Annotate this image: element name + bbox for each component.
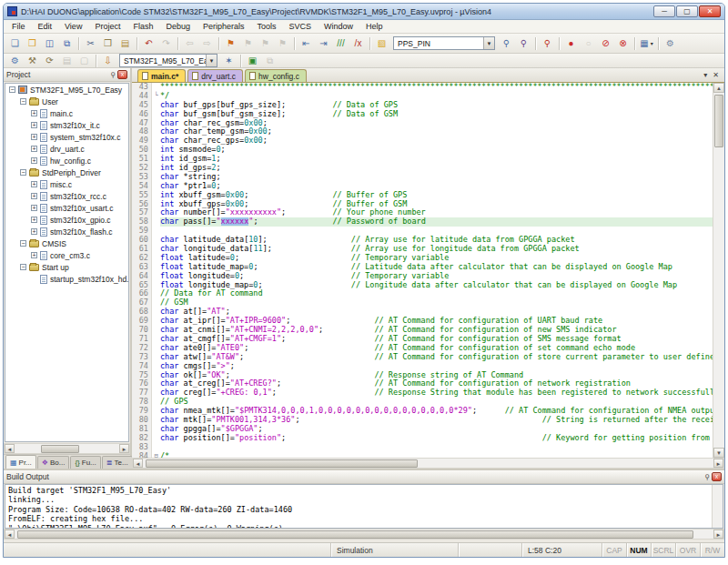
code-line-50[interactable]: 50int smsmode=0; [132,146,713,155]
code-line-63[interactable]: 63float latitude_map=0; // Latitude data… [132,263,713,272]
tree-item-stm32f10x-flash-c[interactable]: +stm32f10x_flash.c [5,226,128,237]
scroll-down-icon[interactable]: ▼ [713,448,724,458]
scroll-left-icon[interactable]: ◄ [133,459,143,468]
scroll-right-icon[interactable]: ► [713,530,723,539]
configure-button[interactable]: ⚙ [662,35,679,51]
collapse-icon[interactable]: − [9,86,15,93]
uncomment-selection-button[interactable]: /x [349,35,367,51]
code-line-71[interactable]: 71char at_cmgf[]="AT+CMGF=1"; // AT Comm… [132,335,713,344]
code-line-65[interactable]: 65float longitude_map=0; // Longitude da… [132,281,713,290]
expand-icon[interactable]: + [31,157,37,164]
target-select-combo[interactable]: STM32F1_M95_L70_Easy▼ [119,54,217,67]
translate-file-button[interactable]: ⚙ [6,53,24,68]
code-line-72[interactable]: 72char ate0[]="ATE0"; // AT Command for … [132,344,713,353]
window-layout-button[interactable]: ▦▾ [638,35,655,51]
menu-flash[interactable]: Flash [126,21,159,32]
new-file-button[interactable]: ❏ [6,35,24,51]
code-line-46[interactable]: 46char buf_gsm[buf_gsm_size]; // Data of… [132,110,713,119]
expand-icon[interactable]: + [31,252,37,258]
menu-peripherals[interactable]: Peripherals [197,21,251,32]
code-line-64[interactable]: 64float longitude=0; // Temporary variab… [132,272,713,281]
tree-item-cmsis[interactable]: −CMSIS [5,237,128,249]
expand-icon[interactable]: + [31,217,37,223]
find-combo[interactable]: PPS_PIN▼ [393,36,495,50]
tree-item-stm32f10x-it-c[interactable]: +stm32f10x_it.c [5,119,128,131]
build-output-text[interactable]: Build target 'STM32F1_M95_L70_Easy'linki… [5,484,723,529]
scroll-left-icon[interactable]: ◄ [5,530,15,539]
cut-button[interactable]: ✂ [82,35,99,51]
outdent-button[interactable]: ⇤ [298,35,315,51]
indent-button[interactable]: ⇥ [315,35,332,51]
menu-tools[interactable]: Tools [250,21,282,32]
scroll-thumb[interactable] [41,445,79,453]
code-line-77[interactable]: 77char creg[]="+CREG: 0,1"; // Response … [132,388,713,398]
scroll-thumb[interactable] [714,95,723,147]
code-line-48[interactable]: 48char char_temp_gsm=0x00; [132,127,713,136]
menu-project[interactable]: Project [88,21,126,32]
code-editor[interactable]: 43**************************************… [132,83,713,458]
start-debug-button[interactable]: ⚲ [539,35,556,51]
code-line-76[interactable]: 76char at_creg[]="AT+CREG?"; // AT Comma… [132,379,713,388]
search-button[interactable]: ⚲ [515,35,532,51]
code-line-82[interactable]: 82char position[]="position"; // Keyword… [132,434,713,443]
menu-edit[interactable]: Edit [32,21,59,32]
build-output-horizontal-scrollbar[interactable]: ◄ ► [4,529,724,540]
code-line-54[interactable]: 54char *ptr1=0; [132,182,713,191]
code-line-58[interactable]: 58char pass[]="xxxxxx"; // Password of b… [132,217,713,227]
expand-icon[interactable]: + [31,110,37,116]
find-button[interactable]: ⚲ [498,35,515,51]
menu-file[interactable]: File [5,21,32,32]
tree-item-start-up[interactable]: −Start up [5,261,128,273]
copy-button[interactable]: ❐ [99,35,116,51]
title-bar[interactable]: D:\HAI DUONG\application\Code STM32\STM3… [4,4,724,20]
menu-view[interactable]: View [58,21,88,32]
tab-list-dropdown-icon[interactable]: ▾ [703,71,707,79]
code-line-69[interactable]: 69char at_ipr[]="AT+IPR=9600"; // AT Com… [132,317,713,326]
code-line-75[interactable]: 75char ok[]="OK"; // Response string of … [132,371,713,380]
code-line-79[interactable]: 79char nmea_mtk[]="$PMTK314,0,0,0,1,0,0,… [132,407,713,416]
scroll-thumb[interactable] [146,459,418,468]
expand-icon[interactable]: + [31,181,37,187]
scroll-right-icon[interactable]: ► [713,459,723,468]
code-line-60[interactable]: 60char latitude_data[10]; // Array use f… [132,236,713,245]
panel-tab-bo[interactable]: ❖Bo... [37,456,70,469]
code-line-83[interactable]: 83 [132,443,713,452]
undo-button[interactable]: ↶ [140,35,157,51]
code-line-55[interactable]: 55int xbuff_gsm=0x00; // Buffer of GPS [132,191,713,200]
expand-icon[interactable]: + [31,146,37,152]
close-document-icon[interactable]: ✕ [713,71,719,79]
tree-item-misc-c[interactable]: +misc.c [5,178,128,190]
tree-item-main-c[interactable]: +main.c [5,107,128,119]
expand-icon[interactable]: + [31,193,37,199]
options-for-target-button[interactable]: ✶ [220,53,238,68]
expand-icon[interactable]: + [31,228,37,235]
code-line-44[interactable]: 44└*/ [132,92,713,101]
code-line-47[interactable]: 47char char_rec_gsm=0x00; [132,119,713,128]
expand-icon[interactable]: + [31,134,37,140]
project-panel-close-icon[interactable]: x [117,70,127,79]
code-line-70[interactable]: 70char at_cnmi[]="AT+CNMI=2,2,2,0,0"; //… [132,326,713,335]
code-line-45[interactable]: 45char buf_gps[buf_gps_size]; // Data of… [132,101,713,110]
minimize-button[interactable]: ─ [653,5,675,17]
code-line-49[interactable]: 49char char_rec_gps=0x00; [132,136,713,146]
collapse-icon[interactable]: − [20,98,26,105]
editor-vertical-scrollbar[interactable]: ▲ ▼ [713,83,724,458]
expand-icon[interactable]: + [31,205,37,211]
code-line-43[interactable]: 43**************************************… [132,83,713,92]
close-button[interactable]: ✕ [699,5,721,17]
code-line-51[interactable]: 51int id_gsm=1; [132,155,713,164]
rebuild-all-button[interactable]: ⟳ [41,53,58,68]
code-line-78[interactable]: 78// GPS [132,398,713,407]
editor-horizontal-scrollbar[interactable]: ◄ ► [132,458,724,469]
build-output-vertical-scrollbar[interactable] [712,485,723,528]
project-horizontal-scrollbar[interactable]: ◄ ► [4,443,130,454]
toggle-breakpoint-button[interactable]: ● [562,35,580,51]
expand-icon[interactable]: + [31,122,37,128]
build-target-button[interactable]: ⚒ [24,53,41,68]
code-line-68[interactable]: 68char at[]="AT"; [132,308,713,317]
tree-item-stdperiph-driver[interactable]: −StdPeriph_Driver [5,166,128,178]
scroll-right-icon[interactable]: ► [119,444,129,453]
build-output-close-icon[interactable]: x [712,472,722,481]
open-file-button[interactable]: ❒ [24,35,41,51]
menu-window[interactable]: Window [318,21,359,32]
